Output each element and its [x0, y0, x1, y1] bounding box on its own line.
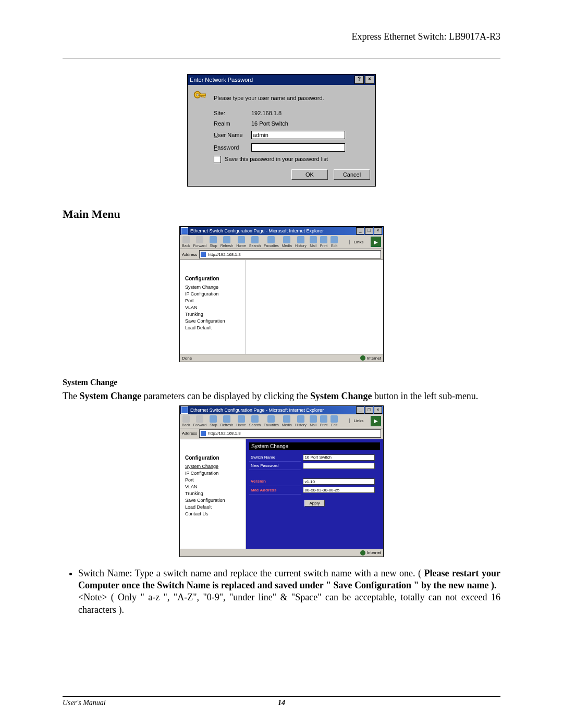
svg-rect-4 [202, 96, 203, 97]
config-sidebar: Configuration System Change IP Configura… [180, 439, 246, 549]
save-password-checkbox[interactable] [214, 156, 221, 163]
toolbar-mail[interactable]: Mail [310, 236, 317, 248]
heading-main-menu: Main Menu [63, 207, 500, 221]
apply-button[interactable]: Apply [304, 500, 324, 507]
system-change-paragraph: The System Change parameters can be disp… [63, 390, 500, 402]
toolbar-search[interactable]: Search [249, 415, 261, 427]
sidebar-item-port[interactable]: Port [185, 477, 242, 483]
sidebar-item-contact-us[interactable]: Contact Us [185, 511, 242, 516]
toolbar-refresh[interactable]: Refresh [221, 415, 234, 427]
toolbar-edit[interactable]: Edit [331, 236, 338, 248]
toolbar-forward[interactable]: Forward [193, 236, 207, 248]
switch-name-label: Switch Name [249, 453, 301, 462]
sidebar-item-trunking[interactable]: Trunking [185, 312, 242, 317]
mac-address-value [303, 487, 374, 493]
password-dialog: Enter Network Password ? × P [187, 74, 376, 187]
toolbar-home[interactable]: Home [236, 236, 246, 248]
address-input[interactable]: http://192.168.1.8 [199, 429, 381, 438]
heading-system-change: System Change [63, 378, 500, 387]
config-heading: Configuration [185, 455, 242, 461]
toolbar-forward[interactable]: Forward [193, 415, 207, 427]
ok-button[interactable]: OK [291, 169, 328, 180]
toolbar-favorites[interactable]: Favorites [264, 415, 279, 427]
toolbar-print[interactable]: Print [320, 236, 327, 248]
help-button[interactable]: ? [354, 76, 364, 84]
system-change-form: Switch Name New Password Version [249, 453, 380, 495]
page-footer: User's Manual 14 [63, 696, 500, 707]
sidebar-item-port[interactable]: Port [185, 298, 242, 303]
site-label: Site: [193, 110, 251, 116]
save-password-row[interactable]: Save this password in your password list [193, 156, 370, 163]
ie-page-icon [201, 252, 206, 257]
toolbar-history[interactable]: History [295, 415, 307, 427]
ie-statusbar: Done Internet [180, 354, 383, 362]
main-menu-figure: Ethernet Switch Configuration Page - Mic… [63, 226, 500, 362]
toolbar-favorites[interactable]: Favorites [264, 236, 279, 248]
go-button-icon[interactable]: ▶ [371, 416, 381, 426]
close-button[interactable]: × [374, 406, 382, 414]
toolbar-edit[interactable]: Edit [331, 415, 338, 427]
realm-value: 16 Port Switch [251, 120, 370, 127]
toolbar-links[interactable]: Links [349, 418, 368, 423]
internet-zone-icon [360, 355, 365, 361]
address-input[interactable]: http://192.168.1.8 [199, 250, 381, 258]
toolbar-back[interactable]: Back [182, 415, 190, 427]
toolbar-media[interactable]: Media [282, 236, 292, 248]
switch-name-bullet: Switch Name: Type a switch name and repl… [78, 567, 500, 616]
password-input[interactable] [251, 143, 345, 152]
version-label: Version [249, 477, 301, 486]
sidebar-item-system-change[interactable]: System Change [185, 285, 242, 290]
toolbar-refresh[interactable]: Refresh [221, 236, 234, 248]
footer-page-number: 14 [278, 699, 285, 707]
username-input[interactable] [251, 131, 345, 139]
close-button[interactable]: × [365, 76, 374, 84]
toolbar-media[interactable]: Media [282, 415, 292, 427]
toolbar-back[interactable]: Back [182, 236, 190, 248]
toolbar-links[interactable]: Links [349, 240, 368, 244]
new-password-input[interactable] [303, 463, 374, 469]
sidebar-item-load-default[interactable]: Load Default [185, 504, 242, 510]
toolbar-home[interactable]: Home [236, 415, 246, 427]
minimize-button[interactable]: _ [356, 406, 364, 414]
ie-content: Configuration System Change IP Configura… [180, 439, 383, 549]
status-zone: Internet [367, 356, 381, 361]
address-label: Address [182, 252, 197, 257]
toolbar-stop[interactable]: Stop [210, 415, 217, 427]
password-label: Password [193, 144, 251, 151]
ie-titlebar: Ethernet Switch Configuration Page - Mic… [180, 227, 383, 235]
toolbar-search[interactable]: Search [249, 236, 261, 248]
dialog-title: Enter Network Password [190, 77, 353, 83]
panel-title: System Change [249, 442, 380, 450]
sidebar-item-load-default[interactable]: Load Default [185, 325, 242, 330]
dialog-prompt: Please type your user name and password. [210, 95, 324, 101]
toolbar-stop[interactable]: Stop [210, 236, 217, 248]
sidebar-item-ip-configuration[interactable]: IP Configuration [185, 291, 242, 297]
minimize-button[interactable]: _ [356, 227, 364, 235]
ie-window-main-menu: Ethernet Switch Configuration Page - Mic… [179, 226, 384, 362]
close-button[interactable]: × [374, 227, 382, 235]
sidebar-item-save-configuration[interactable]: Save Configuration [185, 318, 242, 324]
sidebar-item-vlan[interactable]: VLAN [185, 305, 242, 310]
sidebar-item-system-change[interactable]: System Change [185, 464, 242, 469]
switch-name-input[interactable] [303, 454, 374, 461]
ie-window-title: Ethernet Switch Configuration Page - Mic… [190, 228, 356, 233]
svg-point-1 [196, 93, 199, 96]
switch-name-note: <Note> ( Only " a-z ", "A-Z", "0-9", "un… [78, 591, 500, 616]
maximize-button[interactable]: □ [365, 227, 373, 235]
sidebar-item-vlan[interactable]: VLAN [185, 484, 242, 489]
maximize-button[interactable]: □ [365, 406, 373, 414]
system-change-panel: System Change Switch Name New Password [246, 439, 383, 549]
dialog-titlebar: Enter Network Password ? × [188, 75, 375, 85]
toolbar-history[interactable]: History [295, 236, 307, 248]
toolbar-print[interactable]: Print [320, 415, 327, 427]
ie-main-panel [246, 260, 383, 354]
address-value: http://192.168.1.8 [208, 431, 240, 436]
sidebar-item-ip-configuration[interactable]: IP Configuration [185, 471, 242, 476]
cancel-button[interactable]: Cancel [334, 169, 370, 180]
sidebar-item-save-configuration[interactable]: Save Configuration [185, 498, 242, 503]
sidebar-item-trunking[interactable]: Trunking [185, 491, 242, 496]
go-button-icon[interactable]: ▶ [371, 237, 381, 247]
new-password-label: New Password [249, 462, 301, 470]
svg-rect-3 [204, 96, 205, 98]
toolbar-mail[interactable]: Mail [310, 415, 317, 427]
